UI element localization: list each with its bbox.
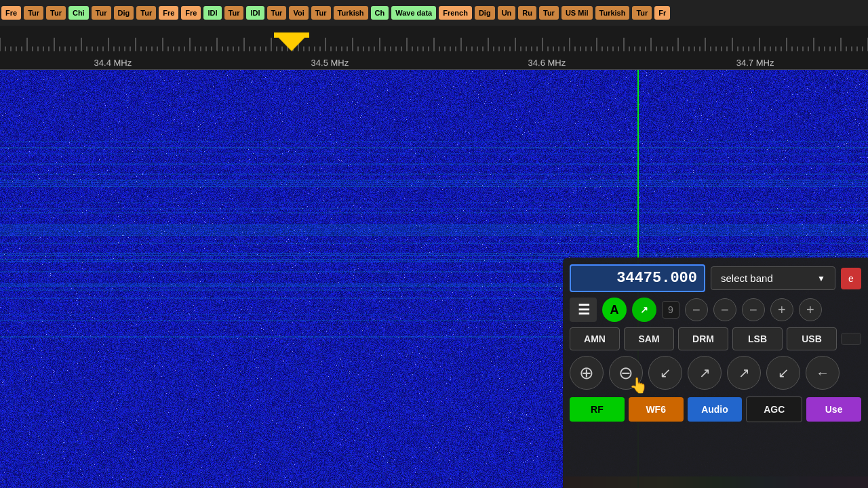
- band-item[interactable]: Fr: [654, 6, 670, 20]
- band-item[interactable]: Un: [498, 6, 516, 20]
- a-button[interactable]: A: [602, 298, 627, 322]
- zoom-in-button[interactable]: ⊕: [570, 356, 604, 390]
- chevron-down-icon: ▼: [817, 274, 825, 283]
- mode-row: AMN SAM DRM LSB USB: [570, 327, 861, 350]
- wf6-button[interactable]: WF6: [629, 397, 684, 422]
- band-item[interactable]: Wave data: [391, 6, 436, 20]
- menu-button[interactable]: ☰: [570, 298, 597, 322]
- band-item[interactable]: Ru: [518, 6, 536, 20]
- shrink-button[interactable]: ↙: [648, 356, 682, 390]
- band-item[interactable]: IDI: [203, 6, 221, 20]
- band-item[interactable]: Ch: [371, 6, 389, 20]
- band-item[interactable]: Dig: [475, 6, 495, 20]
- band-item[interactable]: Fre: [1, 6, 21, 20]
- band-item[interactable]: Tur: [267, 6, 287, 20]
- back-button[interactable]: ←: [806, 356, 840, 390]
- band-bar: FreTurTurChiTurDigTurFreFreIDITurIDITurV…: [0, 0, 868, 26]
- agc-button[interactable]: AGC: [746, 396, 802, 422]
- minus-button-2[interactable]: −: [713, 298, 736, 321]
- minus-button-3[interactable]: −: [742, 298, 765, 321]
- icon-row: ☰ A ↗ 9 − − − + +: [570, 298, 861, 322]
- band-item[interactable]: French: [439, 6, 472, 20]
- band-item[interactable]: Tur: [224, 6, 244, 20]
- mode-usb[interactable]: USB: [787, 327, 837, 350]
- shrink2-button[interactable]: ↙: [766, 356, 800, 390]
- extra-button[interactable]: e: [841, 268, 861, 289]
- select-band-button[interactable]: select band ▼: [711, 266, 835, 290]
- number-badge: 9: [662, 301, 679, 319]
- minus-button-1[interactable]: −: [685, 298, 708, 321]
- plus-button-1[interactable]: +: [770, 298, 793, 321]
- rf-button[interactable]: RF: [570, 397, 625, 422]
- band-item[interactable]: Tur: [632, 6, 652, 20]
- control-panel: select band ▼ e ☰ A ↗ 9 − − − + + AMN SA…: [563, 258, 868, 488]
- band-item[interactable]: Voi: [289, 6, 308, 20]
- cursor-indicator: 👆: [629, 377, 648, 394]
- band-item[interactable]: Fre: [181, 6, 201, 20]
- mode-lsb[interactable]: LSB: [732, 327, 783, 350]
- band-item[interactable]: Tur: [136, 6, 156, 20]
- mode-drm[interactable]: DRM: [678, 327, 728, 350]
- expand2-button[interactable]: ↗: [727, 356, 761, 390]
- band-item[interactable]: Turkish: [334, 6, 368, 20]
- frequency-row: select band ▼ e: [570, 264, 861, 292]
- band-item[interactable]: US Mil: [561, 6, 593, 20]
- band-item[interactable]: Dig: [114, 6, 134, 20]
- frequency-ruler: [0, 26, 868, 70]
- bottom-row: RF WF6 Audio AGC Use: [570, 396, 861, 422]
- band-item[interactable]: Turkish: [595, 6, 630, 20]
- mode-sam[interactable]: SAM: [624, 327, 674, 350]
- band-item[interactable]: Tur: [539, 6, 559, 20]
- user-button[interactable]: Use: [806, 397, 861, 422]
- select-band-label: select band: [721, 272, 773, 284]
- band-item[interactable]: Chi: [68, 6, 89, 20]
- expand-button[interactable]: ↗: [688, 356, 722, 390]
- band-item[interactable]: IDI: [246, 6, 264, 20]
- frequency-input[interactable]: [570, 264, 705, 292]
- band-item[interactable]: Fre: [159, 6, 178, 20]
- arrow-button[interactable]: ↗: [632, 298, 656, 322]
- band-item[interactable]: Tur: [311, 6, 331, 20]
- plus-button-2[interactable]: +: [799, 298, 822, 321]
- audio-button[interactable]: Audio: [688, 397, 743, 422]
- mode-amn[interactable]: AMN: [570, 327, 620, 350]
- band-item[interactable]: Tur: [46, 6, 66, 20]
- band-item[interactable]: Tur: [92, 6, 111, 20]
- zoom-row: ⊕ ⊖ 👆 ↙ ↗ ↗ ↙ ←: [570, 356, 861, 390]
- band-item[interactable]: Tur: [24, 6, 43, 20]
- mode-extra[interactable]: [841, 333, 861, 345]
- zoom-out-button[interactable]: ⊖ 👆: [609, 356, 643, 390]
